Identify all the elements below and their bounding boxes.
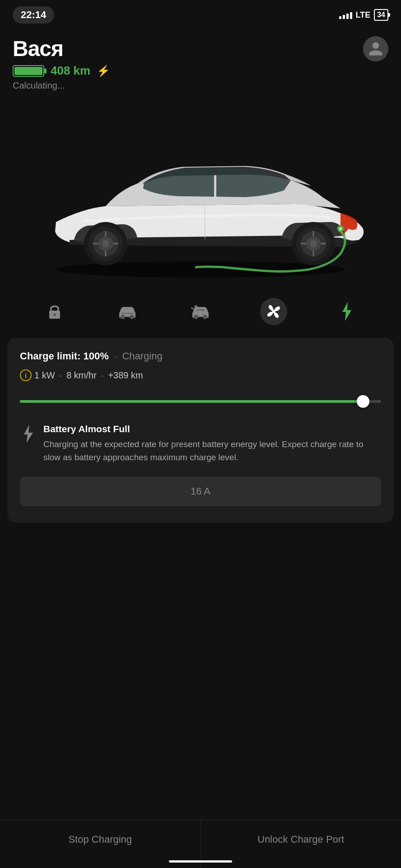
amperage-button[interactable]: 16 A xyxy=(20,476,381,506)
charging-status-text: Charging xyxy=(122,350,162,362)
status-time: 22:14 xyxy=(13,6,54,24)
car-name: Вася xyxy=(13,36,110,61)
lte-label: LTE xyxy=(356,10,371,20)
fan-icon xyxy=(265,303,282,320)
signal-bar-1 xyxy=(339,16,341,19)
car-svg-wrapper xyxy=(0,95,401,285)
battery-row: 408 km ⚡ xyxy=(13,64,110,78)
quick-actions xyxy=(0,285,401,338)
charge-header-row: Charge limit: 100% · Charging xyxy=(20,350,381,362)
charge-stats-row: i 1 kW · 8 km/hr · +389 km xyxy=(20,369,381,381)
header-left: Вася 408 km ⚡ Calculating... xyxy=(13,36,110,91)
svg-line-30 xyxy=(191,308,193,309)
alert-bolt-icon xyxy=(22,425,34,446)
range-text: 408 km xyxy=(51,64,90,78)
svg-point-23 xyxy=(53,313,56,316)
svg-point-14 xyxy=(310,240,317,247)
calculating-text: Calculating... xyxy=(13,80,110,91)
signal-bar-3 xyxy=(346,14,349,19)
svg-marker-32 xyxy=(342,302,351,321)
charge-slider[interactable] xyxy=(20,390,381,413)
signal-bar-4 xyxy=(350,12,352,19)
car-icon xyxy=(117,303,137,320)
charging-bolt-icon: ⚡ xyxy=(97,65,110,77)
charge-bolt-icon xyxy=(340,302,353,321)
status-bar: 22:14 LTE 34 xyxy=(0,0,401,27)
alert-bolt-svg xyxy=(22,425,34,443)
info-icon[interactable]: i xyxy=(20,369,32,381)
charge-limit-text: Charge limit: 100% xyxy=(20,350,109,362)
header: Вася 408 km ⚡ Calculating... xyxy=(0,27,401,95)
added-stat: +389 km xyxy=(108,370,143,381)
power-stat: 1 kW xyxy=(34,370,55,381)
amperage-value: 16 A xyxy=(191,486,210,497)
battery-fill xyxy=(14,67,42,75)
car-image-area xyxy=(0,95,401,285)
user-icon xyxy=(368,41,384,57)
charge-card: Charge limit: 100% · Charging i 1 kW · 8… xyxy=(7,338,394,523)
car-illustration xyxy=(15,100,386,281)
battery-alert: Battery Almost Full Charging at the expe… xyxy=(20,424,381,464)
svg-marker-33 xyxy=(24,425,33,443)
stat-sep-2: · xyxy=(101,370,104,381)
action-lock[interactable] xyxy=(41,298,68,325)
alert-desc: Charging at the expected rate for presen… xyxy=(43,438,379,464)
action-vent[interactable] xyxy=(187,298,214,325)
home-indicator xyxy=(169,860,232,863)
status-right: LTE 34 xyxy=(339,9,388,21)
svg-point-25 xyxy=(130,315,134,319)
lock-icon xyxy=(47,302,63,321)
alert-content: Battery Almost Full Charging at the expe… xyxy=(43,424,379,464)
svg-point-27 xyxy=(203,315,207,319)
svg-point-24 xyxy=(121,315,125,319)
avatar[interactable] xyxy=(363,36,388,61)
speed-stat: 8 km/hr xyxy=(66,370,97,381)
signal-bar-2 xyxy=(343,15,345,19)
battery-indicator: 34 xyxy=(374,9,388,21)
action-car[interactable] xyxy=(114,298,141,325)
stat-sep-1: · xyxy=(60,370,62,381)
signal-bars xyxy=(339,11,352,19)
svg-point-5 xyxy=(102,240,109,247)
slider-thumb[interactable] xyxy=(357,395,369,408)
battery-bar-container xyxy=(13,65,44,77)
dot-separator: · xyxy=(114,351,117,362)
action-fan[interactable] xyxy=(260,298,287,325)
slider-fill xyxy=(20,400,363,403)
vent-icon xyxy=(191,303,210,320)
svg-point-26 xyxy=(194,315,198,319)
svg-point-21 xyxy=(339,227,342,231)
action-charge[interactable] xyxy=(333,298,360,325)
slider-track xyxy=(20,400,381,403)
alert-title: Battery Almost Full xyxy=(43,424,379,434)
